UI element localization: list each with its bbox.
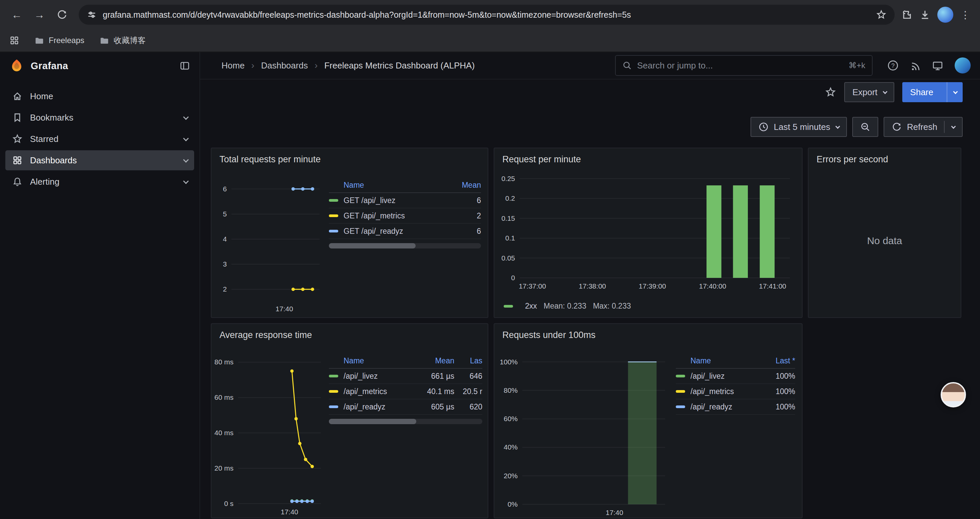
- legend-inline[interactable]: 2xx Mean: 0.233 Max: 0.233: [504, 302, 631, 311]
- sidebar-item-bookmarks[interactable]: Bookmarks: [5, 107, 194, 128]
- favorite-star-icon[interactable]: [825, 86, 836, 98]
- grafana-profile-avatar[interactable]: [955, 57, 970, 73]
- bookmark-star-icon[interactable]: [876, 10, 886, 20]
- url-text: grafana.mathmast.com/d/deytv4rwavabkb/fr…: [103, 10, 631, 20]
- series-name[interactable]: GET /api/_metrics: [344, 211, 453, 220]
- series-color-swatch: [329, 199, 338, 202]
- sidebar-item-starred[interactable]: Starred: [5, 129, 194, 149]
- panel-title[interactable]: Requests under 100ms: [494, 324, 802, 340]
- request-per-minute-chart[interactable]: 0.250.20.150.10.05017:37:0017:38:0017:39…: [497, 168, 798, 292]
- svg-text:20%: 20%: [504, 472, 518, 480]
- legend-header-name[interactable]: Name: [690, 356, 767, 366]
- share-menu-button[interactable]: [947, 82, 963, 102]
- grafana-logo[interactable]: [10, 58, 24, 73]
- legend-header-mean[interactable]: Mean: [453, 181, 481, 190]
- series-name[interactable]: 2xx: [525, 302, 537, 311]
- help-icon[interactable]: ?: [887, 60, 899, 71]
- refresh-button[interactable]: Refresh: [884, 117, 963, 137]
- browser-profile-avatar[interactable]: [937, 7, 953, 23]
- export-button[interactable]: Export: [844, 82, 894, 102]
- legend-row[interactable]: /api/_readyz 100%: [676, 399, 795, 415]
- svg-text:17:40:00: 17:40:00: [699, 282, 726, 290]
- brand-name: Grafana: [31, 61, 68, 72]
- svg-text:60%: 60%: [504, 415, 518, 423]
- series-name[interactable]: /api/_metrics: [344, 387, 426, 396]
- monitor-icon[interactable]: [932, 60, 943, 71]
- legend-scrollbar[interactable]: [329, 243, 481, 249]
- breadcrumb-dashboards[interactable]: Dashboards: [261, 61, 308, 71]
- search-input[interactable]: [637, 61, 843, 71]
- legend-header-name[interactable]: Name: [344, 356, 426, 366]
- address-bar[interactable]: grafana.mathmast.com/d/deytv4rwavabkb/fr…: [79, 5, 895, 25]
- series-name[interactable]: GET /api/_livez: [344, 196, 453, 205]
- back-icon[interactable]: ←: [7, 5, 27, 25]
- sidebar-item-dashboards[interactable]: Dashboards: [5, 150, 194, 170]
- panel-title[interactable]: Total requests per minute: [212, 148, 488, 164]
- legend-row[interactable]: /api/_metrics 40.1 ms 20.5 r: [329, 384, 482, 399]
- chevron-down-icon[interactable]: [183, 136, 189, 141]
- total-requests-chart[interactable]: 6543217:40: [214, 172, 325, 315]
- search-box[interactable]: ⌘+k: [615, 55, 873, 76]
- bookmark-item-blogs[interactable]: 收藏博客: [99, 35, 146, 46]
- svg-text:17:41:00: 17:41:00: [759, 282, 786, 290]
- dashboard-actions: Export Share: [200, 80, 980, 105]
- sidebar-item-alerting[interactable]: Alerting: [5, 172, 194, 192]
- reload-icon[interactable]: [52, 5, 72, 25]
- average-response-time-chart[interactable]: 80 ms60 ms40 ms20 ms0 s17:40: [214, 348, 325, 518]
- legend-header-mean[interactable]: Mean: [426, 356, 454, 366]
- scrollbar-thumb[interactable]: [329, 243, 415, 249]
- download-icon[interactable]: [919, 9, 931, 21]
- legend-row[interactable]: GET /api/_livez 6: [329, 193, 481, 208]
- search-icon: [622, 61, 632, 70]
- bookmark-item-freeleaps[interactable]: Freeleaps: [34, 35, 84, 45]
- legend-row[interactable]: /api/_readyz 605 µs 620: [329, 399, 482, 415]
- series-name[interactable]: /api/_readyz: [690, 402, 767, 412]
- panel-title[interactable]: Errors per second: [808, 148, 961, 164]
- sidebar-item-label: Starred: [30, 134, 58, 144]
- series-name[interactable]: /api/_metrics: [690, 387, 767, 396]
- legend-scrollbar[interactable]: [329, 419, 482, 424]
- svg-text:20 ms: 20 ms: [215, 464, 234, 472]
- legend-row[interactable]: GET /api/_metrics 2: [329, 208, 481, 224]
- svg-text:0.15: 0.15: [501, 214, 515, 222]
- share-label[interactable]: Share: [902, 82, 941, 102]
- breadcrumb-home[interactable]: Home: [221, 61, 245, 71]
- panel-title[interactable]: Request per minute: [494, 148, 802, 164]
- svg-text:17:37:00: 17:37:00: [519, 282, 546, 290]
- chevron-down-icon[interactable]: [183, 157, 189, 163]
- scrollbar-thumb[interactable]: [329, 419, 416, 424]
- series-name[interactable]: /api/_livez: [344, 372, 426, 381]
- series-mean: 6: [453, 227, 481, 236]
- home-icon: [12, 91, 23, 102]
- share-button[interactable]: Share: [902, 82, 963, 102]
- chevron-down-icon[interactable]: [183, 178, 189, 184]
- browser-menu-icon[interactable]: ⋮: [960, 9, 970, 21]
- time-range-picker[interactable]: Last 5 minutes: [751, 117, 847, 137]
- extensions-icon[interactable]: [901, 9, 913, 21]
- series-color-swatch: [676, 406, 685, 408]
- legend-header-last[interactable]: Las: [454, 356, 482, 366]
- forward-icon[interactable]: →: [29, 5, 49, 25]
- legend-row[interactable]: /api/_metrics 100%: [676, 384, 795, 399]
- legend-header-last[interactable]: Last *: [767, 356, 795, 366]
- apps-grid-icon[interactable]: [10, 35, 19, 45]
- requests-under-100ms-chart[interactable]: 100%80%60%40%20%0%17:40: [497, 348, 669, 518]
- zoom-out-button[interactable]: [852, 117, 878, 137]
- sidebar-toggle-icon[interactable]: [180, 61, 190, 71]
- panel-title[interactable]: Average response time: [212, 324, 488, 340]
- series-last: 100%: [767, 387, 795, 396]
- series-name[interactable]: GET /api/_readyz: [344, 227, 453, 236]
- floating-assistant-avatar[interactable]: [941, 382, 966, 407]
- site-info-icon[interactable]: [87, 10, 97, 20]
- sidebar-item-home[interactable]: Home: [5, 86, 194, 106]
- legend-header-name[interactable]: Name: [344, 181, 453, 190]
- series-name[interactable]: /api/_readyz: [344, 402, 426, 412]
- legend-row[interactable]: /api/_livez 100%: [676, 369, 795, 384]
- legend-row[interactable]: GET /api/_readyz 6: [329, 224, 481, 239]
- chevron-down-icon[interactable]: [183, 114, 189, 120]
- svg-text:2: 2: [223, 285, 227, 293]
- series-name[interactable]: /api/_livez: [690, 372, 767, 381]
- rss-icon[interactable]: [910, 60, 921, 71]
- chevron-down-icon[interactable]: [951, 124, 956, 129]
- legend-row[interactable]: /api/_livez 661 µs 646: [329, 369, 482, 384]
